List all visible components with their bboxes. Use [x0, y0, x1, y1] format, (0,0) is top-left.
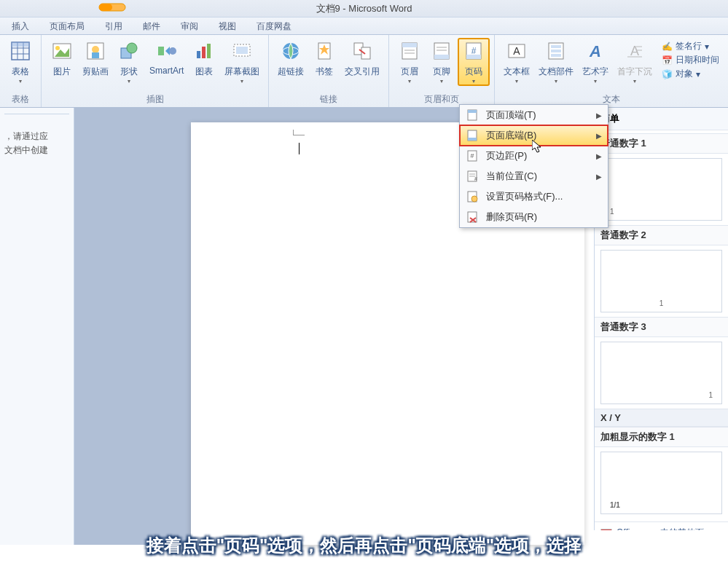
tab-view[interactable]: 视图 — [208, 17, 246, 34]
svg-rect-46 — [551, 54, 561, 57]
pagenumber-button[interactable]: # 页码▾ — [458, 38, 490, 86]
svg-text:A: A — [589, 42, 601, 60]
page-margins-icon: # — [466, 149, 479, 162]
gallery-item-plain3[interactable]: 1 — [600, 342, 722, 404]
tab-references[interactable]: 引用 — [95, 17, 133, 34]
window-title: 文档9 - Microsoft Word — [316, 3, 412, 14]
page-top-icon — [466, 109, 479, 122]
gallery-item-bold1[interactable]: 1/1 — [600, 452, 722, 514]
svg-rect-31 — [402, 43, 417, 47]
group-tables: 表格 ▾ 表格 — [0, 35, 42, 107]
chart-icon — [192, 39, 216, 63]
svg-point-18 — [169, 47, 176, 55]
clipart-button[interactable]: 剪贴画 — [78, 38, 113, 79]
chevron-down-icon: ▾ — [19, 78, 22, 84]
svg-rect-45 — [551, 50, 561, 52]
remove-icon — [466, 210, 479, 224]
dropcap-button[interactable]: A 首字下沉▾ — [613, 38, 657, 86]
tab-baidu[interactable]: 百度网盘 — [246, 17, 302, 34]
gallery-item-title: 普通数字 2 — [595, 225, 728, 245]
datetime-button[interactable]: 📅日期和时间 — [659, 53, 721, 67]
picture-button[interactable]: 图片 — [46, 38, 78, 79]
wordart-button[interactable]: A 艺术字▾ — [578, 38, 613, 86]
table-icon — [9, 39, 32, 63]
svg-point-63 — [471, 196, 477, 202]
group-illustrations: 图片 剪贴画 形状▾ SmartArt 图表 屏幕截图▾ — [42, 35, 269, 107]
tab-review[interactable]: 审阅 — [171, 17, 208, 34]
header-button[interactable]: 页眉▾ — [394, 38, 426, 86]
svg-rect-7 — [12, 42, 29, 47]
tab-pagelayout[interactable]: 页面布局 — [39, 17, 95, 34]
page-bottom-icon — [466, 129, 479, 142]
svg-rect-44 — [551, 45, 561, 48]
tab-mailings[interactable]: 邮件 — [133, 17, 171, 34]
margin-marker — [293, 130, 305, 135]
crossref-button[interactable]: 交叉引用 — [340, 38, 384, 79]
gallery-section-xy: X / Y — [595, 409, 728, 427]
quickparts-icon — [544, 39, 568, 63]
hyperlink-button[interactable]: 超链接 — [273, 38, 308, 79]
pagenumber-dropdown: 页面顶端(T) ▶ 页面底端(B) ▶ # 页边距(P) ▶ # 当前位置(C)… — [459, 104, 608, 228]
object-icon: 🧊 — [661, 68, 673, 80]
globe-icon — [279, 39, 302, 63]
menu-format-pagenumber[interactable]: 设置页码格式(F)... — [460, 186, 608, 207]
shapes-icon — [117, 39, 141, 63]
chevron-right-icon: ▶ — [596, 152, 602, 160]
tab-insert[interactable]: 插入 — [1, 17, 39, 34]
signature-icon: ✍ — [661, 41, 673, 52]
quick-access-toolbar[interactable] — [77, 1, 136, 14]
svg-rect-20 — [202, 47, 206, 58]
quickparts-button[interactable]: 文档部件▾ — [534, 38, 578, 86]
ribbon: 表格 ▾ 表格 图片 剪贴画 形状▾ SmartArt — [0, 35, 728, 108]
table-button[interactable]: 表格 ▾ — [4, 38, 36, 86]
svg-rect-29 — [361, 47, 370, 59]
svg-rect-23 — [236, 47, 248, 54]
svg-rect-13 — [92, 52, 99, 58]
svg-rect-16 — [158, 47, 164, 55]
screenshot-button[interactable]: 屏幕截图▾ — [220, 38, 264, 86]
calendar-icon: 📅 — [661, 55, 673, 66]
pagenumber-gallery: 简单 普通数字 1 1 普通数字 2 1 普通数字 3 1 X / Y 加粗显示… — [594, 108, 728, 530]
gallery-header: 简单 — [595, 108, 728, 130]
svg-text:A: A — [630, 44, 639, 58]
svg-rect-55 — [468, 138, 477, 141]
smartart-icon — [155, 39, 179, 63]
smartart-button[interactable]: SmartArt — [145, 38, 188, 77]
footer-button[interactable]: 页脚▾ — [426, 38, 458, 86]
clipart-icon — [84, 39, 107, 63]
gallery-item-plain1[interactable]: 1 — [600, 158, 722, 221]
picture-icon — [50, 39, 74, 63]
title-bar: 文档9 - Microsoft Word — [0, 0, 728, 17]
group-headerfooter: 页眉▾ 页脚▾ # 页码▾ 页眉和页 — [389, 35, 495, 107]
signature-button[interactable]: ✍签名行 ▾ — [659, 39, 721, 53]
group-text: A 文本框▾ 文档部件▾ A 艺术字▾ A 首字下沉▾ ✍签名行 ▾ 📅日期和时… — [495, 35, 728, 107]
menu-page-top[interactable]: 页面顶端(T) ▶ — [460, 105, 608, 125]
svg-rect-53 — [468, 110, 477, 113]
svg-text:#: # — [471, 46, 477, 56]
textbox-icon: A — [505, 39, 528, 63]
svg-rect-35 — [434, 55, 449, 59]
menu-current-position[interactable]: # 当前位置(C) ▶ — [460, 166, 608, 186]
gallery-office-more[interactable]: Office.com 中的其他页 — [595, 521, 728, 530]
chevron-right-icon: ▶ — [596, 173, 602, 181]
chevron-right-icon: ▶ — [596, 111, 602, 119]
svg-rect-40 — [466, 55, 481, 59]
screenshot-icon — [230, 39, 254, 63]
crossref-icon — [351, 39, 374, 63]
menu-remove-pagenumber[interactable]: 删除页码(R) — [460, 207, 608, 227]
gallery-item-title: 普通数字 3 — [595, 317, 728, 337]
wordart-icon: A — [584, 39, 607, 63]
shapes-button[interactable]: 形状▾ — [113, 38, 145, 86]
menu-page-margins[interactable]: # 页边距(P) ▶ — [460, 146, 608, 166]
object-button[interactable]: 🧊对象 ▾ — [659, 67, 721, 81]
svg-rect-19 — [197, 51, 200, 58]
header-icon — [398, 39, 421, 63]
office-icon — [600, 527, 612, 531]
bookmark-button[interactable]: 书签 — [308, 38, 340, 79]
textbox-button[interactable]: A 文本框▾ — [499, 38, 534, 86]
svg-rect-1 — [99, 4, 112, 11]
svg-point-10 — [55, 46, 60, 50]
chart-button[interactable]: 图表 — [188, 38, 220, 79]
gallery-item-plain2[interactable]: 1 — [600, 250, 722, 312]
menu-page-bottom[interactable]: 页面底端(B) ▶ — [460, 125, 608, 146]
